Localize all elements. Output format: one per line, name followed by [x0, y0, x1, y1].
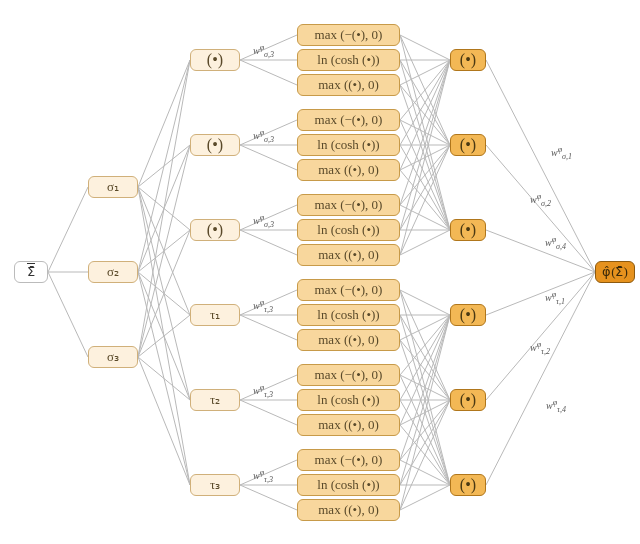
- svg-line-39: [400, 35, 450, 60]
- svg-line-78: [400, 315, 450, 400]
- w-inner-tau-3: wφτ,3: [253, 468, 273, 484]
- svg-line-26: [240, 145, 297, 170]
- svg-line-46: [400, 85, 450, 145]
- svg-line-72: [400, 315, 450, 340]
- svg-line-96: [486, 272, 595, 315]
- w-outer-6: wφτ,4: [546, 398, 566, 414]
- mid-tau-1: τ₁: [190, 304, 240, 326]
- svg-line-23: [240, 60, 297, 85]
- svg-line-91: [400, 400, 450, 510]
- act-g5-maxneg: max (−(•), 0): [297, 364, 400, 386]
- svg-line-98: [486, 272, 595, 485]
- svg-line-81: [400, 315, 450, 425]
- act-g2-lncosh: ln (cosh (•)): [297, 134, 400, 156]
- svg-line-49: [400, 120, 450, 145]
- svg-line-77: [400, 375, 450, 485]
- svg-line-94: [486, 145, 595, 272]
- act-g2-maxneg: max (−(•), 0): [297, 109, 400, 131]
- svg-line-20: [138, 357, 190, 485]
- svg-line-12: [138, 272, 190, 315]
- act-g3-maxneg: max (−(•), 0): [297, 194, 400, 216]
- act-g5-lncosh: ln (cosh (•)): [297, 389, 400, 411]
- mid-tau-2: τ₂: [190, 389, 240, 411]
- w-outer-3: wφσ,4: [545, 235, 566, 251]
- svg-line-84: [400, 315, 450, 460]
- svg-line-86: [400, 460, 450, 485]
- svg-line-60: [400, 60, 450, 230]
- svg-line-14: [138, 272, 190, 485]
- w-inner-tau-2: wφτ,3: [253, 383, 273, 399]
- svg-line-13: [138, 272, 190, 400]
- svg-line-0: [48, 187, 88, 272]
- w-inner-sigma-2: wφσ,3: [253, 128, 274, 144]
- svg-line-3: [138, 60, 190, 187]
- svg-line-66: [400, 290, 450, 315]
- svg-line-75: [400, 315, 450, 375]
- svg-line-8: [138, 187, 190, 485]
- act-g2-maxpos: max ((•), 0): [297, 159, 400, 181]
- act-g1-maxpos: max ((•), 0): [297, 74, 400, 96]
- w-outer-5: wφτ,2: [530, 340, 550, 356]
- svg-line-18: [138, 315, 190, 357]
- svg-line-29: [240, 230, 297, 255]
- act-g6-maxpos: max ((•), 0): [297, 499, 400, 521]
- act-g4-lncosh: ln (cosh (•)): [297, 304, 400, 326]
- act-g4-maxpos: max ((•), 0): [297, 329, 400, 351]
- svg-line-47: [400, 85, 450, 230]
- label: Σ̄: [27, 264, 35, 280]
- act-g6-lncosh: ln (cosh (•)): [297, 474, 400, 496]
- agg-3: (•): [450, 219, 486, 241]
- svg-line-32: [240, 315, 297, 340]
- svg-line-64: [400, 145, 450, 255]
- svg-line-93: [486, 60, 595, 272]
- svg-line-38: [240, 485, 297, 510]
- w-outer-1: wφσ,1: [551, 145, 572, 161]
- svg-line-58: [400, 145, 450, 205]
- agg-6: (•): [450, 474, 486, 496]
- svg-line-68: [400, 290, 450, 485]
- w-inner-tau-1: wφτ,3: [253, 298, 273, 314]
- act-g3-maxpos: max ((•), 0): [297, 244, 400, 266]
- svg-line-4: [138, 145, 190, 187]
- svg-line-92: [400, 485, 450, 510]
- w-inner-sigma-3: wφσ,3: [253, 213, 274, 229]
- svg-line-97: [486, 272, 595, 400]
- svg-line-82: [400, 400, 450, 425]
- output-phi: φ̂(Σ̄): [595, 261, 635, 283]
- agg-2: (•): [450, 134, 486, 156]
- sigma-1: σ₁: [88, 176, 138, 198]
- input-sigma-bar: Σ̄: [14, 261, 48, 283]
- svg-line-87: [400, 315, 450, 485]
- svg-line-35: [240, 400, 297, 425]
- act-g4-maxneg: max (−(•), 0): [297, 279, 400, 301]
- svg-line-15: [138, 60, 190, 357]
- w-outer-4: wφτ,1: [545, 290, 565, 306]
- svg-line-40: [400, 35, 450, 145]
- svg-line-43: [400, 60, 450, 145]
- svg-line-10: [138, 145, 190, 272]
- agg-5: (•): [450, 389, 486, 411]
- act-g1-lncosh: ln (cosh (•)): [297, 49, 400, 71]
- svg-line-48: [400, 60, 450, 120]
- svg-line-50: [400, 120, 450, 230]
- sigma-3: σ₃: [88, 346, 138, 368]
- svg-line-95: [486, 230, 595, 272]
- svg-line-6: [138, 187, 190, 315]
- svg-line-19: [138, 357, 190, 400]
- svg-line-80: [400, 400, 450, 485]
- svg-line-83: [400, 425, 450, 485]
- svg-line-67: [400, 290, 450, 400]
- svg-line-17: [138, 230, 190, 357]
- svg-line-7: [138, 187, 190, 400]
- act-g3-lncosh: ln (cosh (•)): [297, 219, 400, 241]
- act-g6-maxneg: max (−(•), 0): [297, 449, 400, 471]
- svg-line-51: [400, 60, 450, 145]
- svg-line-76: [400, 375, 450, 400]
- label: φ̂(Σ̄): [602, 264, 628, 280]
- svg-line-70: [400, 315, 450, 400]
- svg-line-44: [400, 60, 450, 230]
- svg-line-11: [138, 230, 190, 272]
- svg-line-65: [400, 230, 450, 255]
- agg-1: (•): [450, 49, 486, 71]
- svg-line-41: [400, 35, 450, 230]
